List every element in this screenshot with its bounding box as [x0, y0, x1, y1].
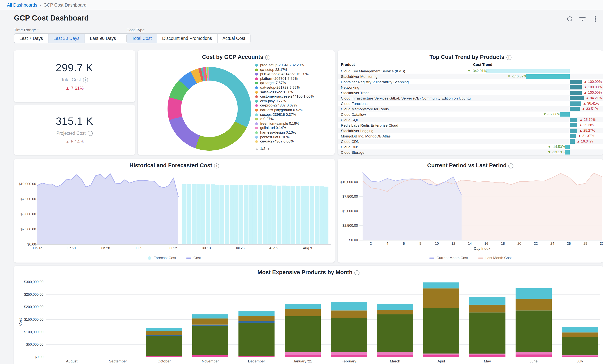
trend-cell: ▲ 21.37% [472, 133, 603, 139]
table-row[interactable]: Cloud Key Management Service (KMS)▼ -342… [338, 68, 603, 74]
donut-legend-item[interactable]: uat-setup-261723 5.55% [255, 86, 332, 90]
info-icon[interactable]: i [83, 77, 88, 82]
panel-title: Current Period vs Last Periodi [338, 162, 603, 168]
legend-label: sales-209522 3.11% [260, 90, 293, 94]
info-icon[interactable]: i [354, 270, 359, 275]
table-row[interactable]: Container Registry Vulnerability Scannin… [338, 79, 603, 84]
donut-legend-item[interactable]: ce-prod-274307 0.67% [255, 104, 332, 108]
trend-value: ▲ 100.00% [584, 79, 602, 84]
legend-item-cost[interactable]: Cost [186, 256, 201, 260]
svg-text:May: May [484, 359, 491, 363]
time-range-option-1[interactable]: Last 30 Days [48, 33, 85, 43]
donut-legend-item[interactable]: ø 0.27% [255, 117, 332, 121]
table-row[interactable]: Stackdriver Monitoring▼ -146.37% [338, 74, 603, 79]
trend-value: ▲ 25.38% [579, 122, 595, 128]
donut-chart[interactable] [168, 67, 251, 151]
table-row[interactable]: Cloud DNS▼ -14.53% [338, 144, 603, 149]
svg-text:4: 4 [386, 242, 388, 245]
time-range-option-0[interactable]: Last 7 Days [14, 33, 48, 43]
legend-item-forecast-cost[interactable]: Forecast Cost [148, 256, 176, 260]
donut-legend-item[interactable]: pentest-uat 0.10% [255, 135, 332, 139]
trend-value: ▲ 100.00% [584, 90, 602, 95]
info-icon[interactable]: i [506, 55, 511, 60]
donut-legend-item[interactable]: freemium-sample 0.19% [255, 121, 332, 125]
trend-value: ▲ 25.70% [579, 117, 596, 122]
svg-text:Day Index: Day Index [474, 246, 490, 251]
column-header-cost-trend[interactable]: Cost Trend [472, 62, 492, 66]
more-options-button[interactable] [591, 15, 599, 23]
refresh-button[interactable] [566, 15, 574, 23]
donut-legend-item[interactable]: ccm-play 0.77% [255, 99, 332, 103]
legend-label: qa-setup 23.17% [260, 67, 288, 72]
table-row[interactable]: Redis Labs Redis Enterprise Cloud▲ 25.38… [338, 122, 603, 128]
donut-legend-item[interactable]: pr10406a87045145c3 15.20% [255, 72, 332, 76]
page-indicator: 1/2 [260, 146, 265, 151]
table-row[interactable]: Stackdriver Logging▲ 25.27% [338, 128, 603, 133]
donut-legend-item[interactable]: qa-setup 23.17% [255, 67, 332, 72]
trend-cell: ▼ -13.19% [472, 149, 603, 155]
legend-label: platform-205701 8.82% [260, 77, 298, 81]
trend-bar [486, 69, 570, 73]
product-name: Stackdriver Monitoring [338, 74, 472, 78]
table-row[interactable]: Cloud Dataflow▼ -32.06% [338, 111, 603, 117]
breadcrumb-all-dashboards-link[interactable]: All Dashboards [7, 2, 37, 7]
legend-item-current-month[interactable]: Current Month Cost [429, 256, 468, 260]
table-row[interactable]: Cloud Infrastructure Services GitLab Ser… [338, 95, 603, 101]
panel-title: Most Expensive Products by Monthi [14, 269, 603, 275]
legend-label: freemium-sample 0.19% [260, 121, 299, 125]
legend-dot [255, 68, 258, 71]
legend-dot [255, 140, 258, 143]
legend-item-last-month[interactable]: Last Month Cost [478, 256, 511, 260]
trend-bar [570, 85, 582, 89]
table-row[interactable]: MongoDB Inc. MongoDB Atlas▲ 21.37% [338, 133, 603, 139]
monthly-stacked-chart: $0.00$50,000.00$100,000.00$150,000.00$20… [14, 266, 603, 364]
time-range-option-2[interactable]: Last 90 Days [84, 33, 121, 43]
gcp-cost-dashboard: All Dashboards › GCP Cost Dashboard GCP … [0, 0, 603, 364]
info-icon[interactable]: i [87, 131, 93, 136]
table-row[interactable]: Networking▲ 100.00% [338, 84, 603, 90]
legend-dot [255, 95, 258, 98]
svg-text:November: November [202, 359, 219, 363]
legend-label: ccm-play 0.77% [260, 99, 286, 103]
svg-text:$200,000.00: $200,000.00 [24, 305, 43, 309]
column-header-product[interactable]: Product [338, 62, 472, 66]
svg-text:$50,000.00: $50,000.00 [26, 342, 43, 346]
table-row[interactable]: Stackdriver Trace▲ 100.00% [338, 90, 603, 95]
trend-bar [565, 150, 570, 154]
page-down-icon[interactable]: ▼ [267, 147, 270, 150]
table-row[interactable]: Cloud Memorystore for Redis▲ 33.51% [338, 106, 603, 111]
svg-text:September: September [109, 359, 127, 363]
info-icon[interactable]: i [214, 163, 219, 168]
donut-legend-item[interactable]: qa-target 7.57% [255, 81, 332, 85]
svg-text:June: June [530, 359, 537, 363]
cost-type-option-1[interactable]: Discount and Promotions [157, 33, 217, 43]
cost-type-option-2[interactable]: Actual Cost [217, 33, 251, 43]
trend-cell: ▼ -146.37% [472, 74, 603, 79]
breadcrumb-current: GCP Cost Dashboard [43, 2, 86, 7]
legend-label: ø 0.27% [260, 117, 274, 121]
table-row[interactable]: Cloud Functions▲ 38.41% [338, 101, 603, 106]
donut-legend-item[interactable]: harness-design 0.13% [255, 131, 332, 134]
donut-legend-item[interactable]: sales-209522 3.11% [255, 90, 332, 94]
donut-legend-item[interactable]: customer-success-244100 1.00% [255, 95, 332, 99]
legend-label: harness-playground 0.52% [260, 108, 303, 112]
table-row[interactable]: Cloud SQL▲ 25.70% [338, 117, 603, 122]
donut-legend-item[interactable]: ce-qa-274307 0.06% [255, 139, 332, 143]
chart-legend: Current Month Cost Last Month Cost [338, 256, 603, 260]
table-row[interactable]: Cloud Storage▼ -13.19% [338, 149, 603, 155]
donut-legend-item[interactable]: harness-playground 0.52% [255, 108, 332, 112]
page-up-icon[interactable]: ▲ [255, 147, 259, 150]
donut-legend-item[interactable]: prod-setup-205416 32.29% [255, 63, 332, 67]
filter-button[interactable] [579, 15, 586, 23]
donut-legend-item[interactable]: platform-205701 8.82% [255, 77, 332, 81]
cost-type-option-0[interactable]: Total Cost [127, 33, 157, 43]
info-icon[interactable]: i [265, 55, 270, 60]
trend-cell: ▼ -32.06% [472, 111, 603, 117]
trend-bar [570, 107, 580, 111]
svg-text:$0.00: $0.00 [27, 243, 36, 246]
info-icon[interactable]: i [509, 163, 514, 168]
donut-legend-item[interactable]: secops-239815 0.37% [255, 112, 332, 117]
y-axis-label: Cost [18, 318, 22, 326]
donut-legend-item[interactable]: golink-url 0.14% [255, 126, 332, 130]
table-row[interactable]: Cloud CDN▲ 16.34% [338, 139, 603, 144]
